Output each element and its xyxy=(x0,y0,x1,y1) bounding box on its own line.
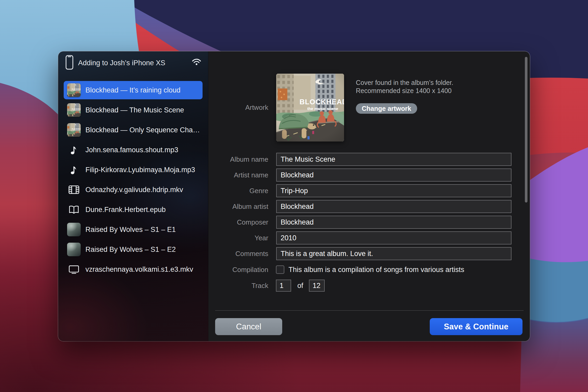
video-thumb xyxy=(67,243,81,256)
field-label: Comments xyxy=(208,247,268,260)
track-label: Track xyxy=(208,280,268,292)
list-item[interactable]: Filip-Kirkorav.Lyubimaya.Moja.mp3 xyxy=(64,161,203,179)
album-artist-input[interactable] xyxy=(276,200,511,213)
book-icon xyxy=(67,203,81,216)
list-item-label: Blockhead — It’s raining cloud xyxy=(85,86,181,94)
video-thumb xyxy=(67,223,81,236)
artwork-label: Artwork xyxy=(208,74,268,141)
change-artwork-button[interactable]: Change artwork xyxy=(356,103,417,114)
album-artwork xyxy=(276,74,344,141)
track-of-label: of xyxy=(297,280,303,292)
compilation-checkbox[interactable] xyxy=(276,265,284,274)
wifi-icon xyxy=(192,58,201,66)
list-item[interactable]: Dune.Frank.Herbert.epub xyxy=(64,200,203,219)
sidebar-header: Adding to Josh’s iPhone XS xyxy=(58,51,208,74)
album-art-thumb xyxy=(67,103,81,117)
artwork-hint-line1: Cover found in the album’s folder. xyxy=(356,79,453,87)
artwork-hint-line2: Recommended size 1400 x 1400 xyxy=(356,87,453,95)
tv-icon xyxy=(67,263,81,276)
list-item-label: vzraschennaya.volkami.s1.e3.mkv xyxy=(85,265,193,274)
field-label: Year xyxy=(208,231,268,244)
field-label: Genre xyxy=(208,184,268,197)
compilation-checkbox-label: This album is a compilation of songs fro… xyxy=(288,265,464,274)
sidebar: Adding to Josh’s iPhone XS Blockhead — I… xyxy=(58,51,208,341)
file-list: Blockhead — It’s raining cloud Blockhead… xyxy=(64,81,203,280)
list-item-label: Odnazhdy.v.galivude.hdrip.mkv xyxy=(85,186,183,194)
artwork-hint: Cover found in the album’s folder. Recom… xyxy=(356,79,453,95)
comments-input[interactable] xyxy=(276,247,511,260)
music-note-icon xyxy=(67,163,81,177)
artist-name-input[interactable] xyxy=(276,168,511,182)
list-item-label: Raised By Wolves – S1 – E1 xyxy=(85,226,176,234)
scrollbar-thumb[interactable] xyxy=(525,57,527,203)
track-number-input[interactable] xyxy=(276,280,291,292)
album-art-thumb xyxy=(67,83,81,97)
composer-input[interactable] xyxy=(276,216,511,229)
compilation-label: Compilation xyxy=(208,265,268,274)
list-item[interactable]: John.sena.famous.shout.mp3 xyxy=(64,141,203,159)
save-continue-button[interactable]: Save & Continue xyxy=(430,318,522,335)
list-item[interactable]: Blockhead — It’s raining cloud xyxy=(64,81,203,99)
year-input[interactable] xyxy=(276,231,511,244)
film-icon xyxy=(67,183,81,197)
field-label: Composer xyxy=(208,216,268,229)
footer-divider xyxy=(215,310,524,311)
list-item-label: Filip-Kirkorav.Lyubimaya.Moja.mp3 xyxy=(85,166,195,174)
list-item[interactable]: vzraschennaya.volkami.s1.e3.mkv xyxy=(64,260,203,279)
field-label: Artist name xyxy=(208,168,268,182)
genre-input[interactable] xyxy=(276,184,511,197)
album-art-thumb xyxy=(67,123,81,137)
cancel-button[interactable]: Cancel xyxy=(215,318,282,335)
list-item[interactable]: Raised By Wolves – S1 – E2 xyxy=(64,240,203,259)
list-item-label: Blockhead — Only Sequence Cha… xyxy=(85,126,200,134)
track-total-input[interactable] xyxy=(309,280,325,292)
window-title: Adding to Josh’s iPhone XS xyxy=(78,51,165,74)
list-item[interactable]: Raised By Wolves – S1 – E1 xyxy=(64,220,203,239)
list-item-label: Blockhead — The Music Scene xyxy=(85,106,184,114)
iphone-icon xyxy=(66,55,73,70)
music-note-icon xyxy=(67,143,81,157)
field-label: Album artist xyxy=(208,200,268,213)
list-item[interactable]: Odnazhdy.v.galivude.hdrip.mkv xyxy=(64,181,203,199)
list-item-label: Dune.Frank.Herbert.epub xyxy=(85,206,166,214)
list-item[interactable]: Blockhead — The Music Scene xyxy=(64,101,203,119)
field-label: Album name xyxy=(208,153,268,166)
list-item-label: Raised By Wolves – S1 – E2 xyxy=(85,246,176,254)
list-item[interactable]: Blockhead — Only Sequence Cha… xyxy=(64,121,203,139)
metadata-panel: Artwork Cover found in the album’s folde… xyxy=(208,51,530,341)
album-name-input[interactable] xyxy=(276,153,511,166)
list-item-label: John.sena.famous.shout.mp3 xyxy=(85,146,178,154)
app-window: Adding to Josh’s iPhone XS Blockhead — I… xyxy=(58,51,530,341)
